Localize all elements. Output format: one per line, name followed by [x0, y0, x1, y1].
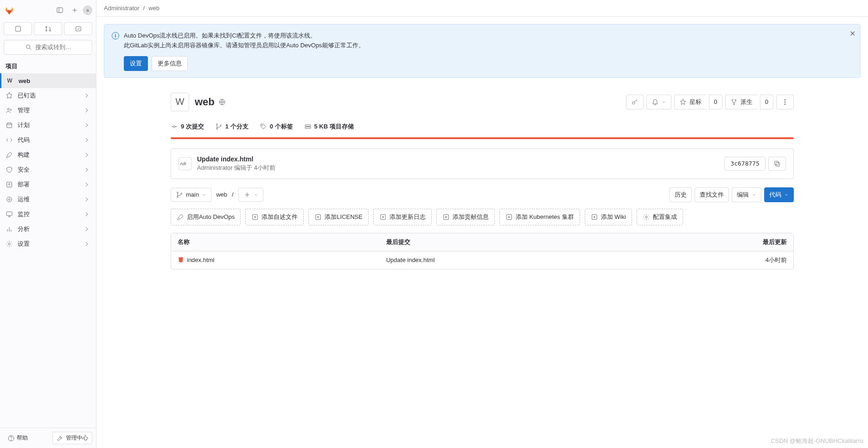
add-file-button[interactable] — [238, 188, 263, 202]
nav-label: 设置 — [18, 240, 30, 248]
merge-requests-shortcut-button[interactable] — [34, 22, 62, 35]
sidebar-collapse-button[interactable] — [53, 4, 66, 17]
sidebar-item-deploy[interactable]: 部署 — [0, 177, 96, 192]
fork-button[interactable]: 派生 — [725, 95, 757, 109]
code-label: 代码 — [769, 191, 781, 199]
branch-icon — [215, 123, 223, 130]
configure-integrations-button[interactable]: 配置集成 — [637, 209, 683, 225]
alert-more-info-button[interactable]: 更多信息 — [152, 56, 188, 71]
stat-commits[interactable]: 9 次提交 — [171, 122, 204, 131]
todos-shortcut-button[interactable] — [64, 22, 92, 35]
chevron-right-icon — [83, 240, 90, 248]
stat-tags[interactable]: 0 个标签 — [260, 122, 293, 131]
section-project-label: 项目 — [0, 58, 96, 73]
admin-center-label: 管理中心 — [66, 434, 88, 442]
sidebar-item-settings[interactable]: 设置 — [0, 237, 96, 251]
add-kubernetes-button[interactable]: 添加 Kubernetes 集群 — [499, 209, 580, 225]
sidebar-project-link[interactable]: W web — [0, 73, 96, 88]
fork-count[interactable]: 0 — [760, 95, 773, 109]
chevron-right-icon — [83, 225, 90, 233]
issues-shortcut-button[interactable] — [4, 22, 32, 35]
help-label: 帮助 — [17, 434, 28, 442]
path-sep: / — [232, 191, 234, 198]
sidebar-item-monitor[interactable]: 监控 — [0, 207, 96, 222]
col-name-header: 名称 — [171, 233, 380, 251]
shield-icon — [6, 166, 13, 173]
ssh-key-button[interactable] — [626, 95, 644, 109]
find-file-button[interactable]: 查找文件 — [695, 187, 729, 202]
code-dropdown[interactable]: 代码 — [764, 187, 794, 202]
more-actions-button[interactable] — [776, 95, 794, 109]
notifications-button[interactable] — [646, 95, 671, 109]
html-file-icon — [178, 256, 184, 263]
sidebar-item-security[interactable]: 安全 — [0, 162, 96, 177]
user-avatar[interactable]: a — [83, 6, 92, 15]
breadcrumb-sep: / — [143, 5, 145, 12]
edit-dropdown[interactable]: 编辑 — [732, 187, 761, 202]
add-license-button[interactable]: 添加LICENSE — [308, 209, 369, 225]
file-last-commit[interactable]: Update index.html — [380, 251, 638, 269]
sidebar-item-plan[interactable]: 计划 — [0, 118, 96, 133]
path-root[interactable]: web — [216, 191, 227, 198]
history-button[interactable]: 历史 — [670, 187, 692, 202]
star-label: 星标 — [689, 98, 702, 106]
breadcrumb-owner[interactable]: Administrator — [104, 5, 140, 12]
gitlab-logo[interactable] — [4, 5, 15, 16]
create-new-button[interactable] — [68, 4, 81, 17]
sidebar-item-manage[interactable]: 管理 — [0, 103, 96, 118]
help-button[interactable]: 帮助 — [4, 432, 32, 444]
svg-point-36 — [785, 102, 785, 102]
svg-point-42 — [217, 128, 218, 129]
commit-title[interactable]: Update index.html — [197, 155, 275, 163]
col-updated-header: 最后更新 — [638, 233, 793, 251]
svg-point-6 — [45, 26, 47, 28]
sidebar-item-code[interactable]: 代码 — [0, 133, 96, 147]
branch-select[interactable]: main — [171, 188, 211, 202]
sidebar-item-operations[interactable]: 运维 — [0, 192, 96, 207]
chevron-down-icon — [752, 191, 756, 198]
commit-author[interactable]: Administrator — [197, 164, 233, 171]
alert-settings-button[interactable]: 设置 — [124, 56, 148, 71]
autodevops-alert: ✕ i Auto DevOps流水线已启用。如果未找到CI配置文件，将使用该流水… — [104, 24, 861, 78]
commit-sha[interactable]: 3c678775 — [724, 157, 766, 171]
alert-close-button[interactable]: ✕ — [849, 29, 855, 38]
search-input[interactable]: 搜索或转到… — [4, 40, 92, 55]
stat-branches[interactable]: 1 个分支 — [215, 122, 249, 131]
sidebar-item-analytics[interactable]: 分析 — [0, 222, 96, 237]
table-row[interactable]: index.html Update index.html 4小时前 — [171, 251, 793, 269]
enable-autodevops-button[interactable]: 启用Auto DevOps — [171, 209, 241, 225]
gear-icon — [643, 213, 650, 221]
rocket-icon — [177, 213, 184, 221]
copy-sha-button[interactable] — [768, 157, 786, 171]
svg-point-37 — [785, 103, 785, 104]
sidebar-item-pinned[interactable]: 已钉选 — [0, 88, 96, 103]
chevron-right-icon — [83, 166, 90, 173]
stat-storage[interactable]: 5 KB 项目存储 — [304, 122, 354, 131]
star-button[interactable]: 星标 — [674, 95, 706, 109]
svg-point-41 — [217, 124, 218, 125]
wrench-icon — [57, 435, 64, 442]
commit-authored-label: 编辑于 — [234, 164, 252, 171]
file-name[interactable]: index.html — [187, 256, 214, 263]
suggest-label: 添加贡献信息 — [453, 213, 489, 221]
branches-text: 1 个分支 — [225, 123, 249, 130]
svg-point-38 — [173, 126, 175, 128]
chevron-right-icon — [83, 196, 90, 203]
add-changelog-button[interactable]: 添加更新日志 — [373, 209, 432, 225]
plus-square-icon — [442, 213, 450, 221]
storage-text: 5 KB 项目存储 — [314, 123, 354, 130]
admin-center-button[interactable]: 管理中心 — [52, 432, 92, 444]
svg-point-33 — [735, 99, 736, 101]
breadcrumb-project[interactable]: web — [148, 5, 160, 12]
branch-icon — [176, 191, 183, 198]
svg-rect-14 — [7, 123, 12, 128]
branch-name: main — [186, 191, 199, 198]
add-readme-button[interactable]: 添加自述文件 — [245, 209, 304, 225]
add-wiki-button[interactable]: 添加 Wiki — [585, 209, 632, 225]
sidebar-shortcut-row — [0, 20, 96, 37]
commit-icon — [171, 123, 178, 130]
chevron-down-icon — [662, 98, 666, 106]
star-count[interactable]: 0 — [709, 95, 722, 109]
add-contributing-button[interactable]: 添加贡献信息 — [436, 209, 495, 225]
sidebar-item-build[interactable]: 构建 — [0, 147, 96, 162]
